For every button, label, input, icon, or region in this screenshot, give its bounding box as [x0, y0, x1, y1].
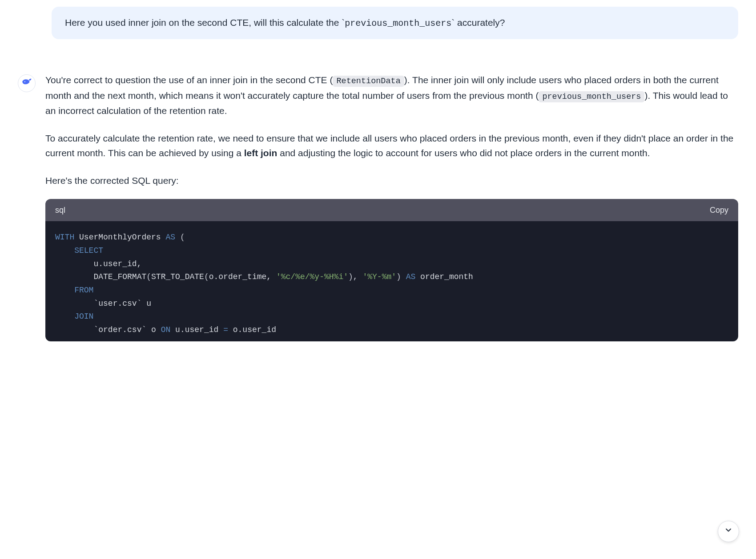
- sql-fn-dateformat: DATE_FORMAT: [93, 272, 146, 281]
- sql-alias: order_month: [420, 272, 473, 281]
- sql-str-fmt2: '%Y-%m': [362, 272, 396, 281]
- user-message-bubble: Here you used inner join on the second C…: [52, 7, 738, 39]
- sql-str-fmt1: '%c/%e/%y-%H%i': [276, 272, 348, 281]
- sql-col1: u.user_id,: [93, 259, 141, 268]
- sql-tbl-order: `order.csv`: [93, 325, 146, 334]
- svg-point-0: [24, 81, 25, 82]
- sql-alias-u: u: [146, 299, 151, 308]
- sql-fn-strtodate: STR_TO_DATE: [151, 272, 204, 281]
- sql-comma1: ,: [353, 272, 358, 281]
- sql-alias-o: o: [151, 325, 156, 334]
- sql-tbl-user: `user.csv`: [93, 299, 141, 308]
- user-message-text: Here you used inner join on the second C…: [65, 16, 725, 30]
- sql-kw-as2: AS: [406, 272, 416, 281]
- usr-text-2: ` accurately?: [451, 17, 505, 28]
- sql-eq: =: [223, 325, 228, 334]
- sql-kw-with: WITH: [55, 233, 74, 242]
- assistant-message: You're correct to question the use of an…: [18, 73, 738, 341]
- code-block: sql Copy WITH UserMonthlyOrders AS ( SEL…: [45, 199, 738, 341]
- sql-lparen: (: [180, 233, 185, 242]
- sql-arg-ordertime: o.order_time,: [209, 272, 271, 281]
- usr-text-1: Here you used inner join on the second C…: [65, 17, 345, 28]
- assistant-paragraph-2: To accurately calculate the retention ra…: [45, 131, 738, 161]
- sql-kw-as: AS: [165, 233, 175, 242]
- sql-rp1: ): [348, 272, 353, 281]
- sql-lp3: (: [204, 272, 209, 281]
- sql-lp2: (: [146, 272, 151, 281]
- sql-kw-select: SELECT: [74, 246, 103, 255]
- assistant-paragraph-3: Here's the corrected SQL query:: [45, 173, 738, 188]
- code-body[interactable]: WITH UserMonthlyOrders AS ( SELECT u.use…: [45, 221, 738, 341]
- assistant-avatar: [18, 74, 36, 92]
- sql-join-left: u.user_id: [175, 325, 218, 334]
- sql-kw-from: FROM: [74, 286, 93, 295]
- inline-code-retentiondata: RetentionData: [333, 76, 404, 87]
- assistant-paragraph-1: You're correct to question the use of an…: [45, 73, 738, 118]
- whale-icon: [21, 75, 32, 91]
- code-language-label: sql: [55, 204, 65, 217]
- assistant-content: You're correct to question the use of an…: [45, 73, 738, 341]
- sql-kw-join: JOIN: [74, 312, 93, 321]
- p1-t1: You're correct to question the use of an…: [45, 75, 333, 85]
- sql-join-right: o.user_id: [233, 325, 276, 334]
- code-header: sql Copy: [45, 199, 738, 222]
- sql-kw-on: ON: [161, 325, 171, 334]
- bold-leftjoin: left join: [244, 148, 277, 158]
- inline-code-prevmonthusers: previous_month_users: [539, 91, 644, 102]
- p2-t2: and adjusting the logic to account for u…: [277, 148, 650, 158]
- sql-rp2: ): [396, 272, 401, 281]
- usr-code-token: previous_month_users: [345, 18, 451, 28]
- copy-button[interactable]: Copy: [710, 204, 728, 217]
- sql-cte-name: UserMonthlyOrders: [79, 233, 161, 242]
